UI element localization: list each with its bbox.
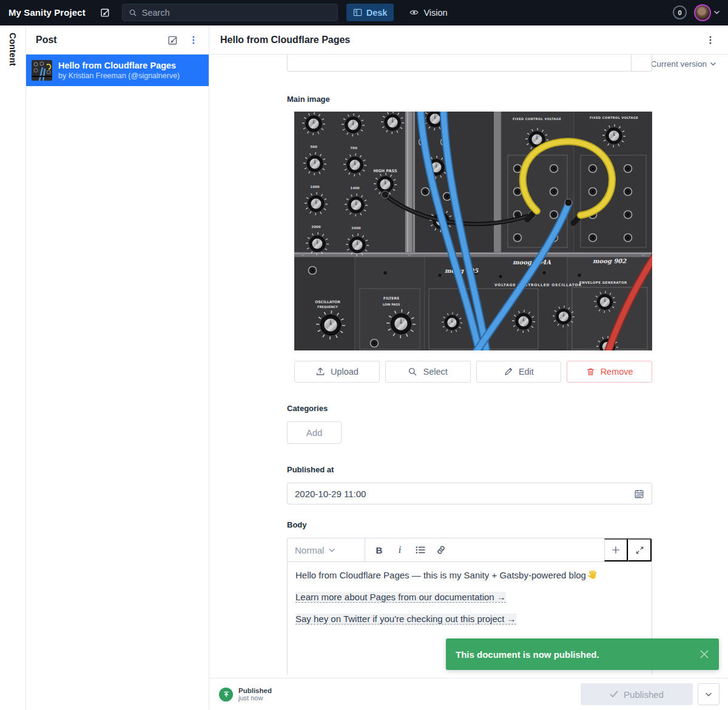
svg-text:ENVELOPE GENERATOR: ENVELOPE GENERATOR xyxy=(579,281,627,284)
select-button[interactable]: Select xyxy=(385,361,471,383)
magnifier-icon xyxy=(408,367,417,377)
document-header: Hello from Cloudflare Pages xyxy=(209,25,728,55)
bold-button[interactable]: B xyxy=(369,541,389,559)
svg-text:1400: 1400 xyxy=(350,186,359,190)
avatar xyxy=(694,4,711,21)
kebab-icon xyxy=(706,35,715,45)
link-icon xyxy=(436,545,446,555)
bullet-list-icon xyxy=(416,546,425,554)
svg-text:LOW PASS: LOW PASS xyxy=(383,303,400,306)
chevron-down-icon xyxy=(714,10,720,15)
link-button[interactable] xyxy=(431,541,451,559)
svg-text:2000: 2000 xyxy=(311,225,320,229)
check-icon xyxy=(610,691,618,698)
post-list-pane: Post Hello from Cloudflare Pages xyxy=(26,25,209,710)
list-item-title: Hello from Cloudflare Pages xyxy=(58,61,180,70)
project-title: My Sanity Project xyxy=(8,7,86,18)
svg-text:FREQUENCY: FREQUENCY xyxy=(317,305,338,309)
publish-button[interactable]: Published xyxy=(581,683,693,705)
published-at-input[interactable] xyxy=(295,489,634,499)
body-link-paragraph[interactable]: Say hey on Twitter if you're checking ou… xyxy=(295,612,644,625)
document-footer: Published just now Published xyxy=(209,678,728,710)
svg-text:moog 902: moog 902 xyxy=(593,258,627,265)
publish-menu-button[interactable] xyxy=(698,683,720,705)
title-field-partial[interactable] xyxy=(287,55,652,72)
expand-editor-button[interactable] xyxy=(628,538,652,561)
document-menu-button[interactable] xyxy=(701,31,720,49)
categories-label: Categories xyxy=(287,404,652,414)
body-link[interactable]: Learn more about Pages from our document… xyxy=(295,592,506,603)
tab-vision[interactable]: Vision xyxy=(402,4,454,21)
search-icon xyxy=(129,8,137,17)
publish-status-time: just now xyxy=(238,694,272,702)
chevron-down-icon xyxy=(706,692,712,697)
publish-status[interactable]: Published just now xyxy=(219,687,272,702)
svg-text:500: 500 xyxy=(310,145,317,149)
document-title: Hello from Cloudflare Pages xyxy=(220,35,701,45)
svg-text:700: 700 xyxy=(350,146,357,150)
svg-text:VOLTAGE CONTROLLED OSCILLATOR: VOLTAGE CONTROLLED OSCILLATOR xyxy=(494,283,582,287)
compose-icon xyxy=(167,35,178,45)
remove-button[interactable]: Remove xyxy=(567,361,652,383)
publish-toast: This document is now published. xyxy=(446,638,719,670)
document-form-scroll[interactable]: Current version Main image xyxy=(209,55,728,678)
chevron-down-icon xyxy=(329,548,357,552)
compose-icon xyxy=(100,7,110,18)
editor-toolbar: Normal B i xyxy=(288,538,652,562)
italic-button[interactable]: i xyxy=(389,541,410,559)
svg-text:1000: 1000 xyxy=(310,185,319,189)
main-image-photo: HIGH PASS FIXED CONTROL VOLTAGE FIXED CO… xyxy=(294,112,652,350)
calendar-icon[interactable] xyxy=(634,489,644,499)
desk-icon xyxy=(353,8,362,17)
svg-text:FILTERS: FILTERS xyxy=(383,296,399,300)
top-navbar: My Sanity Project Desk Vision 0 xyxy=(0,0,728,25)
body-paragraph[interactable]: Hello from Cloudflare Pages — this is my… xyxy=(295,569,644,581)
add-category-button[interactable]: Add xyxy=(287,421,342,444)
publish-status-title: Published xyxy=(238,687,272,694)
tab-desk[interactable]: Desk xyxy=(346,4,394,21)
document-pane: Hello from Cloudflare Pages Current vers… xyxy=(209,25,728,710)
upload-icon xyxy=(315,367,325,377)
block-style-select[interactable]: Normal xyxy=(288,538,365,561)
edit-button[interactable]: Edit xyxy=(476,361,562,383)
compose-button[interactable] xyxy=(98,5,113,21)
close-icon[interactable] xyxy=(699,649,709,659)
svg-text:OSCILLATOR: OSCILLATOR xyxy=(315,300,340,304)
published-at-field[interactable] xyxy=(287,483,652,504)
kebab-icon xyxy=(189,35,198,45)
insert-block-button[interactable] xyxy=(604,538,628,561)
image-actions: Upload Select Edit xyxy=(294,361,652,383)
expand-icon xyxy=(635,546,644,555)
presence-badge[interactable]: 0 xyxy=(673,5,687,19)
post-pane-header: Post xyxy=(26,25,209,55)
pane-menu-button[interactable] xyxy=(184,31,203,49)
bullet-list-button[interactable] xyxy=(410,541,431,559)
plus-icon xyxy=(611,545,621,555)
svg-text:2600: 2600 xyxy=(351,226,360,230)
pencil-icon xyxy=(504,367,513,377)
svg-text:FIXED CONTROL VOLTAGE: FIXED CONTROL VOLTAGE xyxy=(590,116,638,119)
global-search[interactable] xyxy=(122,4,338,21)
chevron-down-icon xyxy=(710,62,716,66)
publish-status-icon xyxy=(219,688,233,702)
pane-title: Post xyxy=(36,35,164,45)
body-link-paragraph[interactable]: Learn more about Pages from our document… xyxy=(295,591,644,603)
body-editor-content[interactable]: Hello from Cloudflare Pages — this is my… xyxy=(288,562,652,641)
upload-button[interactable]: Upload xyxy=(294,361,380,383)
trash-icon xyxy=(586,367,595,377)
svg-text:HIGH PASS: HIGH PASS xyxy=(373,169,397,173)
body-label: Body xyxy=(287,520,652,530)
search-input[interactable] xyxy=(142,8,331,18)
toast-message: This document is now published. xyxy=(456,649,699,660)
new-document-button[interactable] xyxy=(164,31,182,49)
eye-icon xyxy=(409,8,419,17)
version-selector[interactable]: Current version xyxy=(651,59,716,69)
wave-emoji-icon xyxy=(588,570,598,580)
user-menu[interactable] xyxy=(694,4,720,21)
list-item-thumbnail xyxy=(32,60,52,81)
main-image-label: Main image xyxy=(287,95,652,104)
list-item-subtitle: by Kristian Freeman (@signalnerve) xyxy=(58,72,180,80)
sidebar-tab-content[interactable]: Content xyxy=(0,25,26,710)
list-item[interactable]: Hello from Cloudflare Pages by Kristian … xyxy=(26,55,209,86)
body-link[interactable]: Say hey on Twitter if you're checking ou… xyxy=(295,614,516,625)
